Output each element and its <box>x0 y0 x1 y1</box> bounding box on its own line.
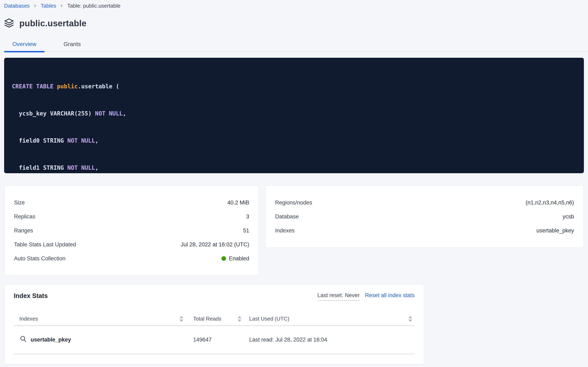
stat-row-stats-updated: Table Stats Last Updated Jul 28, 2022 at… <box>14 238 249 251</box>
sql-line: ycsb_key VARCHAR(255) NOT NULL, <box>12 109 576 118</box>
sort-icon <box>238 316 241 322</box>
chevron-right-icon <box>59 3 64 8</box>
table-row: usertable_pkey 149647 Last read: Jul 28,… <box>14 326 414 354</box>
last-reset-label[interactable]: Last reset: Never <box>317 292 360 301</box>
table-info-card: Regions/nodes (n1,n2,n3,n4,n5,n6) Databa… <box>265 185 584 248</box>
status-dot <box>222 256 226 261</box>
breadcrumb-link-tables[interactable]: Tables <box>41 3 56 9</box>
column-header-last-used[interactable]: Last Used (UTC) <box>249 316 414 322</box>
detail-cards: Size 40.2 MiB Replicas 3 Ranges 51 Table… <box>4 185 584 276</box>
index-stats-header: Index Stats Last reset: Never Reset all … <box>14 292 414 301</box>
breadcrumb-link-databases[interactable]: Databases <box>4 3 30 9</box>
sql-line: field0 STRING NOT NULL, <box>12 136 576 145</box>
index-table-header: Indexes Total Reads Last Used (UTC) <box>14 312 414 326</box>
tab-bar: Overview Grants <box>0 39 588 52</box>
column-header-total-reads[interactable]: Total Reads <box>193 316 249 322</box>
page-header: public.usertable <box>4 17 584 30</box>
sort-icon <box>180 316 183 322</box>
reset-index-stats-link[interactable]: Reset all index stats <box>365 292 414 299</box>
info-row-database: Database ycsb <box>275 210 574 224</box>
breadcrumb-current: Table: public.usertable <box>67 3 120 9</box>
table-stats-card: Size 40.2 MiB Replicas 3 Ranges 51 Table… <box>4 185 259 276</box>
page-title: public.usertable <box>19 18 86 28</box>
index-stats-title: Index Stats <box>14 292 48 300</box>
status-badge: Enabled <box>229 255 249 262</box>
stat-row-replicas: Replicas 3 <box>14 210 249 224</box>
total-reads-value: 149647 <box>193 337 249 343</box>
index-name-link[interactable]: usertable_pkey <box>31 337 71 343</box>
sort-icon <box>408 316 412 322</box>
chevron-right-icon <box>33 3 37 8</box>
breadcrumb: Databases Tables Table: public.usertable <box>4 0 584 9</box>
tab-grants[interactable]: Grants <box>55 39 89 51</box>
sql-line: CREATE TABLE public.usertable ( <box>12 82 576 91</box>
info-row-indexes: Indexes usertable_pkey <box>275 224 574 238</box>
sql-line: field1 STRING NOT NULL, <box>12 163 576 172</box>
layers-icon <box>4 18 14 29</box>
create-table-statement: CREATE TABLE public.usertable ( ycsb_key… <box>4 58 584 173</box>
column-header-indexes[interactable]: Indexes <box>14 316 193 322</box>
tab-overview[interactable]: Overview <box>4 39 45 51</box>
stat-row-auto-stats: Auto Stats Collection Enabled <box>14 251 249 266</box>
stat-row-ranges: Ranges 51 <box>14 224 249 238</box>
index-stats-card: Index Stats Last reset: Never Reset all … <box>4 284 424 365</box>
search-icon <box>19 335 27 344</box>
info-row-regions: Regions/nodes (n1,n2,n3,n4,n5,n6) <box>275 196 574 210</box>
stat-row-size: Size 40.2 MiB <box>14 196 249 210</box>
table-details-page: Databases Tables Table: public.usertable… <box>0 0 588 365</box>
last-used-value: Last read: Jul 28, 2022 at 16:04 <box>249 337 414 343</box>
